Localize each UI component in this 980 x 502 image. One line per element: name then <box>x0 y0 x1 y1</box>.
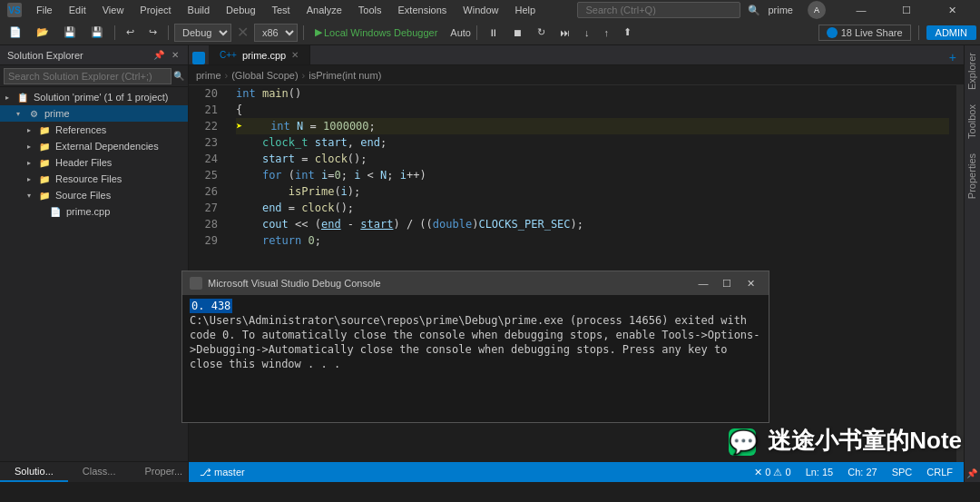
admin-button[interactable]: ADMIN <box>926 25 976 40</box>
dc-close-btn[interactable]: ✕ <box>740 275 761 291</box>
menu-help[interactable]: Help <box>507 3 543 17</box>
menu-build[interactable]: Build <box>181 3 217 17</box>
editor-breadcrumb: prime › (Global Scope) › isPrime(int num… <box>189 65 964 85</box>
tree-item[interactable]: ▸📋Solution 'prime' (1 of 1 project) <box>0 89 188 105</box>
dc-result-highlight: 0. 438 <box>190 299 232 313</box>
tree-arrow[interactable]: ▸ <box>27 159 36 167</box>
tree-label: References <box>55 124 106 135</box>
breadcrumb-is-prime[interactable]: isPrime(int num) <box>309 70 381 81</box>
save-btn[interactable]: 💾 <box>58 25 82 40</box>
tree-arrow[interactable]: ▸ <box>27 126 36 134</box>
undo-btn[interactable]: ↩ <box>121 25 140 40</box>
debug-console-icon <box>190 277 202 290</box>
status-ln[interactable]: Ln: 15 <box>802 467 838 477</box>
tree-icon: 📁 <box>38 123 51 136</box>
status-errors[interactable]: ✕ 0 ⚠ 0 <box>750 467 794 478</box>
debugger-label: Local Windows Debugger <box>324 27 437 38</box>
tree-item[interactable]: ▸📁External Dependencies <box>0 138 188 154</box>
live-share-button[interactable]: 18 Live Share <box>818 25 911 41</box>
tree-arrow[interactable]: ▸ <box>27 175 36 183</box>
tree-label: prime <box>44 108 70 119</box>
se-search-icon: 🔍 <box>173 71 184 81</box>
toolbar-btn-7[interactable]: ⬆ <box>618 25 637 40</box>
maximize-button[interactable]: ☐ <box>886 0 927 20</box>
toolbar-btn-2[interactable]: ⏹ <box>507 25 528 40</box>
line-number: 25 <box>196 167 218 183</box>
right-panel-pin[interactable]: 📌 <box>965 465 980 482</box>
toolbar-btn-6[interactable]: ↑ <box>599 25 615 40</box>
tree-label: Header Files <box>55 157 112 168</box>
save-all-btn[interactable]: 💾 <box>85 25 109 40</box>
menu-project[interactable]: Project <box>132 3 178 17</box>
redo-btn[interactable]: ↪ <box>143 25 162 40</box>
tree-arrow[interactable]: ▾ <box>16 110 25 118</box>
new-tab-btn[interactable]: + <box>942 50 964 64</box>
bottom-tab-class[interactable]: Class... <box>68 462 131 482</box>
tab-close-icon[interactable]: ✕ <box>291 50 299 60</box>
new-file-btn[interactable]: 📄 <box>4 25 27 40</box>
menu-edit[interactable]: Edit <box>62 3 93 17</box>
code-line: end = clock(); <box>236 200 949 216</box>
breadcrumb-prime[interactable]: prime <box>196 70 221 81</box>
code-line: ➤ int N = 1000000; <box>236 118 949 134</box>
debug-console-panel: Microsoft Visual Studio Debug Console — … <box>181 271 769 423</box>
arch-select[interactable]: x86 <box>254 24 298 42</box>
editor-tab-prime-cpp[interactable]: C++ prime.cpp ✕ <box>209 45 310 64</box>
separator-3 <box>303 25 304 40</box>
tree-item[interactable]: ▾⚙prime <box>0 105 188 122</box>
line-number: 21 <box>196 102 218 118</box>
live-share-icon <box>827 27 838 38</box>
se-close-btn[interactable]: ✕ <box>170 48 181 62</box>
toolbar-btn-3[interactable]: ↻ <box>532 25 551 40</box>
global-search-input[interactable] <box>577 2 740 18</box>
menu-test[interactable]: Test <box>265 3 298 17</box>
right-tab-properties[interactable]: Properties <box>965 146 980 206</box>
dc-minimize-btn[interactable]: — <box>692 275 714 291</box>
breadcrumb-global-scope[interactable]: (Global Scope) <box>231 70 298 81</box>
solution-explorer-search-input[interactable] <box>4 68 172 84</box>
toolbar-btn-5[interactable]: ↓ <box>579 25 595 40</box>
minimize-button[interactable]: — <box>840 0 882 20</box>
tree-item[interactable]: ▸📁Header Files <box>0 154 188 171</box>
close-button[interactable]: ✕ <box>931 0 973 20</box>
tree-icon: 📄 <box>49 205 62 218</box>
tree-arrow[interactable]: ▸ <box>27 143 36 151</box>
tree-arrow[interactable]: ▾ <box>27 192 36 200</box>
bottom-tab-solution[interactable]: Solutio... <box>0 462 68 482</box>
tree-label: Resource Files <box>55 173 122 184</box>
open-btn[interactable]: 📂 <box>31 25 54 40</box>
menu-debug[interactable]: Debug <box>219 3 262 17</box>
user-avatar[interactable]: A <box>808 1 826 19</box>
debug-console-controls: — ☐ ✕ <box>692 275 761 291</box>
debug-console-titlebar: Microsoft Visual Studio Debug Console — … <box>182 271 769 295</box>
editor-scrollbar[interactable] <box>956 85 964 462</box>
menu-tools[interactable]: Tools <box>351 3 389 17</box>
tree-item[interactable]: ▸📁References <box>0 122 188 138</box>
tree-item[interactable]: ▸📁Resource Files <box>0 171 188 187</box>
tree-arrow[interactable]: ▸ <box>5 94 15 102</box>
tree-item[interactable]: ▾📁Source Files <box>0 187 188 203</box>
status-branch[interactable]: ⎇ master <box>196 467 249 478</box>
debug-arrow: ➤ <box>236 120 242 133</box>
menu-extensions[interactable]: Extensions <box>391 3 455 17</box>
status-ch[interactable]: Ch: 27 <box>844 467 880 477</box>
status-crlf[interactable]: CRLF <box>923 467 956 477</box>
bottom-tab-properties[interactable]: Proper... <box>131 462 198 482</box>
menu-window[interactable]: Window <box>456 3 505 17</box>
tree-item[interactable]: 📄prime.cpp <box>0 203 188 220</box>
toolbar-btn-4[interactable]: ⏭ <box>554 25 575 40</box>
menu-file[interactable]: File <box>29 3 60 17</box>
menu-analyze[interactable]: Analyze <box>299 3 349 17</box>
right-tab-explorer[interactable]: Explorer <box>965 45 980 97</box>
se-pin-btn[interactable]: 📌 <box>152 48 166 62</box>
title-bar: VS File Edit View Project Build Debug Te… <box>0 0 980 20</box>
toolbar-btn-1[interactable]: ⏸ <box>483 25 504 40</box>
debug-config-select[interactable]: Debug <box>174 24 231 42</box>
menu-view[interactable]: View <box>95 3 132 17</box>
status-spc[interactable]: SPC <box>888 467 916 477</box>
right-tab-toolbox[interactable]: Toolbox <box>965 97 980 146</box>
start-debug-btn[interactable]: ▶ Local Windows Debugger <box>309 25 443 40</box>
status-bar: ⎇ master ✕ 0 ⚠ 0 Ln: 15 Ch: 27 SPC CRLF <box>189 462 964 482</box>
dc-maximize-btn[interactable]: ☐ <box>716 275 738 291</box>
line-number: 27 <box>196 200 218 216</box>
